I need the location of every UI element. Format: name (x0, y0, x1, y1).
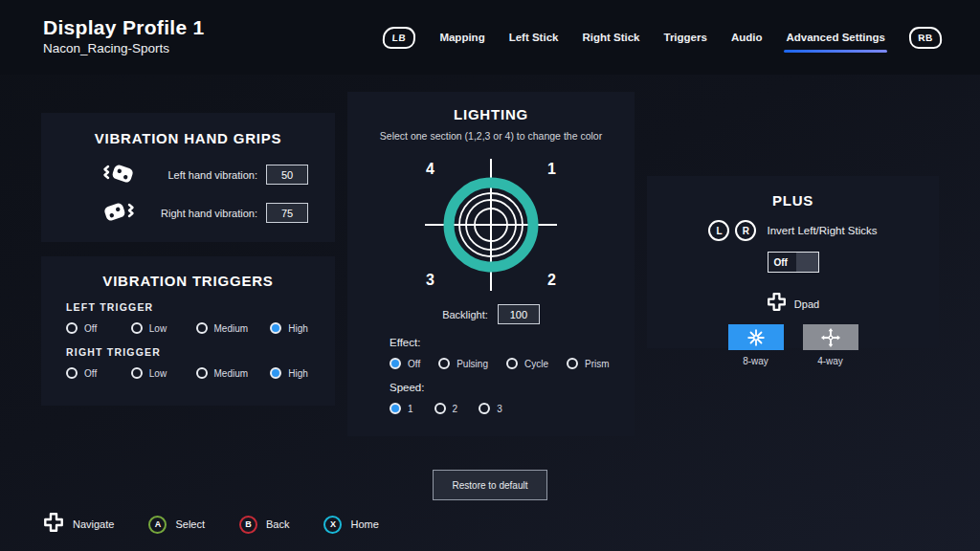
vibration-hand-grips-panel: VIBRATION HAND GRIPS Left hand vibration… (41, 113, 335, 242)
section-1-label[interactable]: 1 (547, 161, 556, 178)
backlight-row: Backlight: (347, 304, 635, 324)
left-trigger-low[interactable]: Low (131, 322, 196, 334)
left-hand-vibration-row: Left hand vibration: (102, 162, 308, 187)
vibration-triggers-panel: VIBRATION TRIGGERS LEFT TRIGGER Off Low … (41, 256, 335, 406)
legend-back-label: Back (266, 518, 289, 530)
radio-icon (196, 367, 208, 379)
tab-right-stick[interactable]: Right Stick (582, 28, 639, 47)
left-trigger-medium[interactable]: Medium (196, 322, 271, 334)
lighting-subtitle: Select one section (1,2,3 or 4) to chang… (347, 130, 635, 142)
dpad-label: Dpad (794, 298, 819, 310)
restore-to-default-button[interactable]: Restore to default (433, 470, 547, 500)
left-trigger-high[interactable]: High (270, 322, 335, 334)
radio-icon-selected (390, 403, 401, 414)
four-way-icon (820, 327, 841, 348)
backlight-input[interactable] (498, 304, 540, 324)
grip-rows: Left hand vibration: Right hand vibratio… (41, 162, 335, 226)
right-hand-vibration-icon (102, 200, 141, 226)
speed-3[interactable]: 3 (479, 403, 502, 414)
dpad-icon (767, 292, 787, 316)
legend-home-label: Home (350, 518, 378, 530)
mode-8-way: 8-way (728, 324, 784, 366)
eight-way-label: 8-way (743, 356, 768, 366)
eight-way-button[interactable] (728, 324, 784, 350)
speed-label: Speed: (390, 382, 635, 393)
header-bar: Display Profile 1 Nacon_Racing-Sports LB… (0, 0, 980, 75)
lb-bumper-icon[interactable]: LB (383, 27, 417, 49)
invert-sticks-row: L R Invert Left/Right Sticks (647, 220, 939, 241)
profile-title-block: Display Profile 1 Nacon_Racing-Sports (43, 16, 205, 55)
radio-icon (506, 358, 518, 369)
effect-prism[interactable]: Prism (567, 358, 610, 369)
legend-home: X Home (323, 516, 378, 534)
radio-icon (567, 358, 578, 369)
left-hand-vibration-label: Left hand vibration: (141, 169, 266, 181)
legend-select: A Select (148, 516, 205, 534)
lighting-sections-target[interactable]: 4 1 3 2 (419, 153, 563, 297)
tab-mapping[interactable]: Mapping (439, 28, 484, 47)
right-hand-vibration-row: Right hand vibration: (102, 200, 308, 226)
left-hand-vibration-input[interactable] (266, 165, 308, 185)
radio-icon (434, 403, 446, 414)
tab-advanced-settings[interactable]: Advanced Settings (786, 28, 885, 47)
x-button-icon: X (323, 516, 342, 534)
right-hand-vibration-input[interactable] (266, 203, 308, 223)
radio-icon (66, 322, 78, 334)
top-navigation: LB Mapping Left Stick Right Stick Trigge… (383, 0, 942, 75)
rb-bumper-icon[interactable]: RB (908, 27, 943, 49)
vibration-triggers-title: VIBRATION TRIGGERS (41, 273, 335, 289)
effect-cycle[interactable]: Cycle (506, 358, 548, 369)
four-way-button[interactable] (803, 324, 858, 350)
right-trigger-low[interactable]: Low (131, 367, 196, 379)
speed-options: 1 2 3 (390, 403, 635, 414)
controller-legend-bar: Navigate A Select B Back X Home (43, 512, 379, 537)
section-3-label[interactable]: 3 (426, 272, 434, 289)
tab-triggers[interactable]: Triggers (664, 28, 707, 47)
backlight-label: Backlight: (442, 309, 488, 320)
radio-icon (196, 322, 208, 334)
left-trigger-label: LEFT TRIGGER (66, 301, 335, 313)
effect-off[interactable]: Off (390, 358, 420, 369)
radio-icon-selected (270, 322, 281, 334)
radio-icon (131, 367, 143, 379)
right-trigger-label: RIGHT TRIGGER (66, 346, 335, 358)
plus-panel: PLUS L R Invert Left/Right Sticks Off Dp… (647, 176, 939, 348)
tab-left-stick[interactable]: Left Stick (509, 28, 559, 47)
speed-2[interactable]: 2 (434, 403, 458, 414)
effect-options: Off Pulsing Cycle Prism (390, 358, 635, 369)
right-trigger-high[interactable]: High (270, 367, 335, 379)
section-4-label[interactable]: 4 (426, 161, 434, 178)
right-trigger-options: Off Low Medium High (66, 367, 335, 379)
dpad-mode-buttons: 8-way 4-way (647, 324, 939, 366)
plus-title: PLUS (647, 192, 939, 209)
l-stick-icon: L (708, 220, 729, 241)
radio-icon-selected (270, 367, 281, 379)
four-way-label: 4-way (817, 356, 843, 366)
right-trigger-medium[interactable]: Medium (196, 367, 271, 379)
speed-1[interactable]: 1 (390, 403, 413, 414)
dpad-row: Dpad (647, 292, 939, 316)
mode-4-way: 4-way (803, 324, 858, 366)
b-button-icon: B (239, 516, 257, 534)
section-2-label[interactable]: 2 (547, 272, 556, 289)
effect-pulsing[interactable]: Pulsing (438, 358, 488, 369)
radio-icon (66, 367, 78, 379)
radio-icon (438, 358, 450, 369)
active-tab-underline (784, 50, 887, 53)
dpad-icon (43, 512, 64, 537)
invert-sticks-value: Off (768, 257, 788, 268)
effect-label: Effect: (390, 337, 635, 348)
invert-sticks-toggle[interactable]: Off (768, 252, 819, 273)
radio-icon (131, 322, 143, 334)
left-hand-vibration-icon (102, 162, 141, 187)
eight-way-icon (746, 327, 767, 348)
lighting-target-icon (419, 153, 563, 297)
right-hand-vibration-label: Right hand vibration: (141, 208, 266, 219)
radio-icon-selected (390, 358, 401, 369)
legend-navigate-label: Navigate (73, 518, 114, 530)
a-button-icon: A (148, 516, 167, 534)
tab-audio[interactable]: Audio (731, 28, 763, 47)
left-trigger-off[interactable]: Off (66, 322, 131, 334)
right-trigger-off[interactable]: Off (66, 367, 131, 379)
r-stick-icon: R (735, 220, 756, 241)
